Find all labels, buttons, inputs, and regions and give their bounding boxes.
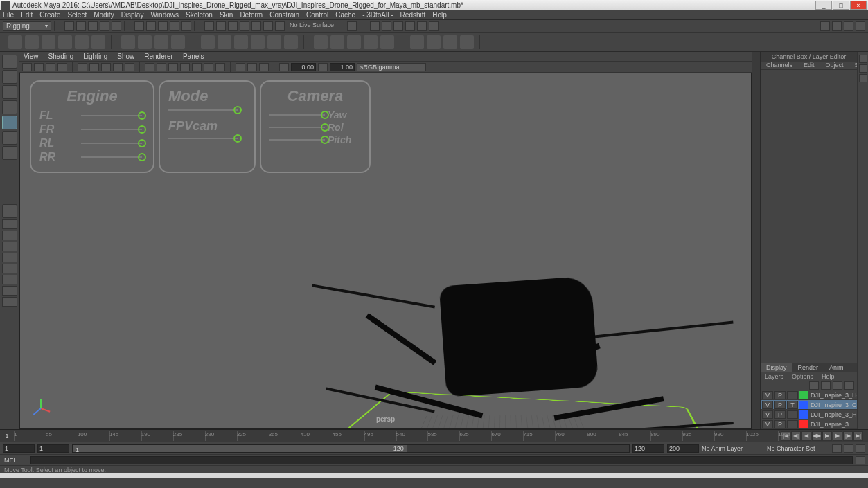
panel-ao-icon[interactable] (204, 63, 213, 71)
render-settings-icon[interactable] (393, 21, 403, 31)
play-back-button[interactable]: ◀▶ (812, 431, 822, 441)
select-mode-icon[interactable] (134, 21, 144, 31)
shelf-custom-3-icon[interactable] (443, 35, 457, 49)
layout-four-icon[interactable] (2, 219, 17, 229)
hud-rr-slider[interactable] (81, 156, 142, 158)
layout-outliner-icon[interactable] (2, 264, 17, 273)
layer-playback-toggle[interactable]: P (774, 391, 786, 399)
menu-select[interactable]: Select (67, 11, 87, 19)
scale-tool-icon[interactable] (2, 131, 17, 145)
menu-deform[interactable]: Deform (240, 11, 263, 19)
layout-three-icon[interactable] (2, 253, 17, 262)
layer-type-toggle[interactable]: T (787, 401, 798, 409)
command-lang-label[interactable]: MEL (0, 457, 28, 464)
anim-layer-dropdown[interactable]: No Anim Layer (702, 444, 764, 453)
hypershade-icon[interactable] (405, 21, 415, 31)
range-end-inner[interactable]: 120 (632, 444, 664, 453)
shelf-custom-2-icon[interactable] (427, 35, 441, 49)
menu-edit[interactable]: Edit (21, 11, 33, 19)
panel-film-gate-icon[interactable] (89, 63, 99, 71)
snap-live-icon[interactable] (251, 21, 261, 31)
move-tool-icon[interactable] (2, 100, 17, 114)
cb-tab-edit[interactable]: Edit (798, 62, 820, 69)
step-back-key-button[interactable]: ◀| (791, 431, 801, 441)
menu-3dtoall[interactable]: - 3DtoAll - (362, 11, 393, 19)
panel-smooth-icon[interactable] (157, 63, 166, 71)
shelf-parent-icon[interactable] (58, 35, 72, 49)
shelf-tab-icon[interactable] (8, 35, 22, 49)
render-current-icon[interactable] (370, 21, 380, 31)
paint-select-tool-icon[interactable] (2, 85, 17, 99)
time-slider[interactable]: 1 15510014519023528032536541045549554058… (0, 429, 868, 442)
layer-vis-toggle[interactable]: V (762, 410, 773, 419)
tool-settings-icon[interactable] (859, 64, 867, 73)
layer-menu-help[interactable]: Help (822, 373, 835, 380)
snap-view-icon[interactable] (263, 21, 273, 31)
new-scene-icon[interactable] (64, 21, 74, 31)
tool-settings-toggle-icon[interactable] (832, 21, 842, 31)
layer-color-swatch[interactable] (799, 410, 808, 419)
layer-row[interactable]: VPDJI_inspire_3_Helpers_ (761, 410, 857, 419)
panel-wireframe-icon[interactable] (145, 63, 154, 71)
panel-xray-icon[interactable] (247, 63, 257, 71)
autokey-icon[interactable] (832, 444, 842, 453)
range-track[interactable]: 1 120 (72, 444, 630, 453)
rotate-tool-icon[interactable] (2, 116, 17, 129)
channel-box-icon[interactable] (859, 74, 867, 82)
modeling-toolkit-toggle-icon[interactable] (856, 21, 865, 31)
open-scene-icon[interactable] (76, 21, 86, 31)
snap-point-icon[interactable] (228, 21, 238, 31)
shelf-aim-icon[interactable] (75, 35, 89, 49)
layer-vis-toggle[interactable]: V (762, 420, 773, 428)
layer-row[interactable]: VPDJI_inspire_3 (761, 419, 857, 429)
hud-rl-slider[interactable] (81, 143, 142, 144)
layer-color-swatch[interactable] (799, 391, 808, 399)
menuset-dropdown[interactable]: Rigging ▾ (3, 21, 51, 31)
panel-bookmark-icon[interactable] (46, 63, 55, 71)
layout-graph-icon[interactable] (2, 275, 17, 284)
shelf-wire-icon[interactable] (154, 35, 168, 49)
character-set-dropdown[interactable]: No Character Set (767, 444, 829, 453)
range-thumb[interactable]: 1 120 (73, 445, 407, 452)
hud-mode-slider[interactable] (168, 109, 238, 111)
range-start-outer[interactable]: 1 (3, 444, 35, 453)
cb-tab-object[interactable]: Object (820, 62, 849, 69)
menu-constrain[interactable]: Constrain (269, 11, 299, 19)
shelf-field-icon[interactable] (364, 35, 378, 49)
menu-display[interactable]: Display (121, 11, 144, 19)
panel-exposure-value[interactable]: 0.00 (291, 63, 316, 71)
menu-modify[interactable]: Modify (94, 11, 114, 19)
panel-menu-panels[interactable]: Panels (183, 53, 204, 60)
last-tool-icon[interactable] (2, 146, 17, 160)
anim-prefs-icon[interactable] (856, 444, 865, 453)
layer-move-down-icon[interactable] (821, 381, 831, 390)
range-start-inner[interactable]: 1 (37, 444, 69, 453)
menu-help[interactable]: Help (432, 11, 447, 19)
live-surface-icon[interactable] (275, 21, 285, 31)
panel-lights-icon[interactable] (180, 63, 190, 71)
attr-editor-icon[interactable] (859, 55, 867, 63)
render-view-icon[interactable] (417, 21, 427, 31)
step-fwd-key-button[interactable]: |▶ (843, 431, 853, 441)
panel-textured-icon[interactable] (168, 63, 178, 71)
step-fwd-frame-button[interactable]: ▶ (833, 431, 842, 441)
undo-icon[interactable] (100, 21, 109, 31)
range-end-outer[interactable]: 200 (667, 444, 699, 453)
drone-model[interactable] (290, 240, 734, 429)
step-back-frame-button[interactable]: ◀ (801, 431, 811, 441)
panel-menu-shading[interactable]: Shading (48, 53, 74, 60)
panel-safe-action-icon[interactable] (125, 63, 134, 71)
command-input[interactable] (30, 456, 853, 464)
layer-move-up-icon[interactable] (809, 381, 819, 390)
shelf-hair-icon[interactable] (314, 35, 328, 49)
shelf-blend-icon[interactable] (171, 35, 185, 49)
shelf-skin-bind-icon[interactable] (201, 35, 215, 49)
select-tool-icon[interactable] (2, 55, 17, 69)
layer-row[interactable]: VPDJI_inspire_3_Helpers (761, 390, 857, 400)
shelf-ik-icon[interactable] (42, 35, 55, 49)
hud-fl-slider[interactable] (81, 115, 142, 116)
layer-type-toggle[interactable] (787, 391, 798, 399)
panel-colorspace-dropdown[interactable]: sRGB gamma (357, 63, 426, 71)
layer-type-toggle[interactable] (787, 410, 798, 419)
ipr-render-icon[interactable] (382, 21, 391, 31)
